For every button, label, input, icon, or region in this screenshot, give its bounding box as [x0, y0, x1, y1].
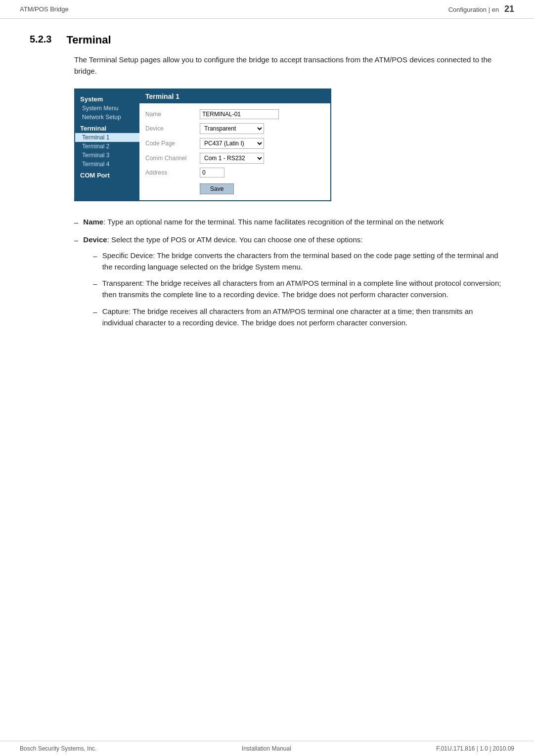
address-label: Address: [145, 169, 200, 176]
bullet-item-name: – Name: Type an optional name for the te…: [74, 216, 504, 228]
bullet-text-device: : Select the type of POS or ATM device. …: [107, 235, 363, 244]
sidebar-item-terminal-1[interactable]: Terminal 1: [75, 133, 139, 142]
form-row-address: Address: [145, 168, 324, 178]
form-row-name: Name: [145, 109, 324, 119]
header-left: ATM/POS Bridge: [20, 5, 69, 13]
section-description: The Terminal Setup pages allow you to co…: [74, 54, 504, 77]
comm-channel-label: Comm Channel: [145, 155, 200, 162]
header-right-label: Configuration | en: [448, 6, 499, 13]
panel-body: Name Device Transparent Specific Device …: [139, 103, 330, 200]
sub-bullet-transparent: – Transparent: The bridge receives all c…: [93, 277, 504, 301]
header-right: Configuration | en 21: [448, 4, 514, 14]
sidebar-item-terminal-3[interactable]: Terminal 3: [75, 151, 139, 160]
footer-center: Installation Manual: [242, 745, 291, 752]
save-button[interactable]: Save: [200, 183, 234, 194]
bullet-item-device: – Device: Select the type of POS or ATM …: [74, 234, 504, 333]
footer-left: Bosch Security Systems, Inc.: [20, 745, 96, 752]
sidebar-item-terminal-2[interactable]: Terminal 2: [75, 142, 139, 151]
dash-name: –: [74, 217, 78, 228]
footer-bar: Bosch Security Systems, Inc. Installatio…: [0, 741, 534, 756]
dash-transparent: –: [93, 278, 97, 301]
sidebar-item-network-setup[interactable]: Network Setup: [75, 113, 139, 122]
section-heading: 5.2.3 Terminal: [30, 34, 504, 46]
sidebar: System System Menu Network Setup Termina…: [75, 89, 139, 200]
sub-bullet-specific-text: Specific Device: The bridge converts the…: [102, 250, 504, 273]
ui-panel: System System Menu Network Setup Termina…: [74, 89, 331, 201]
main-content: 5.2.3 Terminal The Terminal Setup pages …: [0, 19, 534, 741]
save-row: Save: [145, 181, 324, 194]
sidebar-com-port-label[interactable]: COM Port: [75, 169, 139, 180]
bullet-content-device: Device: Select the type of POS or ATM de…: [83, 234, 504, 333]
sub-bullet-specific: – Specific Device: The bridge converts t…: [93, 250, 504, 273]
bullet-term-name: Name: [83, 218, 103, 226]
sub-bullet-capture: – Capture: The bridge receives all chara…: [93, 306, 504, 329]
bullet-content-name: Name: Type an optional name for the term…: [83, 216, 504, 228]
bullet-text-name: : Type an optional name for the terminal…: [103, 218, 444, 226]
footer-right: F.01U.171.816 | 1.0 | 2010.09: [436, 745, 514, 752]
device-label: Device: [145, 125, 200, 132]
dash-capture: –: [93, 306, 97, 329]
page-wrapper: ATM/POS Bridge Configuration | en 21 5.2…: [0, 0, 534, 756]
name-input[interactable]: [200, 109, 279, 119]
sidebar-item-terminal-4[interactable]: Terminal 4: [75, 160, 139, 169]
dash-device: –: [74, 234, 78, 333]
sub-bullet-capture-text: Capture: The bridge receives all charact…: [102, 306, 504, 329]
section-title: Terminal: [66, 34, 111, 46]
header-bar: ATM/POS Bridge Configuration | en 21: [0, 0, 534, 19]
address-input[interactable]: [200, 168, 224, 178]
name-label: Name: [145, 111, 200, 118]
right-panel: Terminal 1 Name Device Transparent Speci…: [139, 89, 330, 200]
bullet-list: – Name: Type an optional name for the te…: [74, 216, 504, 333]
sidebar-item-system-menu[interactable]: System Menu: [75, 104, 139, 113]
bullet-term-device: Device: [83, 235, 107, 244]
dash-specific: –: [93, 250, 97, 273]
sidebar-terminal-label: Terminal: [75, 122, 139, 133]
form-row-comm-channel: Comm Channel Com 1 - RS232: [145, 153, 324, 164]
code-page-select[interactable]: PC437 (Latin I): [200, 138, 264, 149]
device-select[interactable]: Transparent Specific Device Capture: [200, 123, 264, 134]
panel-header: Terminal 1: [139, 89, 330, 103]
sub-bullet-transparent-text: Transparent: The bridge receives all cha…: [102, 277, 504, 301]
form-row-code-page: Code Page PC437 (Latin I): [145, 138, 324, 149]
sub-bullet-list: – Specific Device: The bridge converts t…: [93, 250, 504, 329]
code-page-label: Code Page: [145, 140, 200, 147]
page-number: 21: [504, 4, 514, 14]
form-row-device: Device Transparent Specific Device Captu…: [145, 123, 324, 134]
sidebar-system-label: System: [75, 93, 139, 104]
section-number: 5.2.3: [30, 34, 51, 46]
comm-channel-select[interactable]: Com 1 - RS232: [200, 153, 264, 164]
